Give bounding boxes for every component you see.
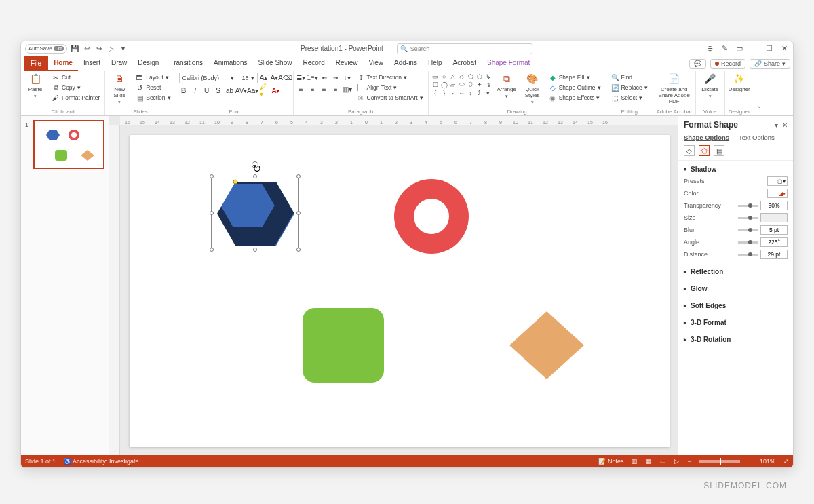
reading-view-icon[interactable]: ▭ [660, 458, 666, 465]
transparency-slider[interactable] [738, 205, 758, 207]
pane-options-icon[interactable]: ▾ [775, 121, 778, 129]
sorter-view-icon[interactable]: ▦ [646, 458, 652, 465]
slide-indicator[interactable]: Slide 1 of 1 [25, 458, 56, 465]
close-icon[interactable]: ✕ [779, 44, 789, 54]
size-slider[interactable] [738, 217, 758, 219]
tab-file[interactable]: File [24, 56, 48, 71]
account-icon[interactable]: ⊕ [705, 44, 714, 54]
accessibility-button[interactable]: ♿ Accessibility: Investigate [64, 458, 139, 465]
slide-editor[interactable]: 1615141312111098765432101234567891011121… [109, 116, 678, 455]
qat-more-icon[interactable]: ▾ [119, 44, 128, 54]
justify-button[interactable]: ≡ [331, 84, 341, 94]
3d-rotation-section[interactable]: 3-D Rotation [684, 334, 788, 345]
shadow-presets-combo[interactable]: ▢▾ [767, 176, 788, 186]
diamond-shape[interactable] [503, 305, 591, 386]
tab-view[interactable]: View [364, 56, 389, 71]
bullets-button[interactable]: ≣▾ [296, 73, 306, 82]
font-size-combo[interactable]: 18▾ [239, 73, 258, 83]
rounded-square-shape[interactable] [299, 305, 387, 386]
tab-insert[interactable]: Insert [78, 56, 106, 71]
tab-help[interactable]: Help [423, 56, 448, 71]
size-props-icon[interactable]: ▤ [714, 145, 724, 156]
zoom-level[interactable]: 101% [760, 458, 775, 465]
text-direction-button[interactable]: ↧Text Direction ▾ [355, 73, 425, 82]
shadow-text-button[interactable]: ab [225, 85, 235, 95]
underline-button[interactable]: U [202, 85, 212, 95]
select-button[interactable]: ⬚Select ▾ [609, 93, 650, 102]
start-slideshow-icon[interactable]: ▷ [106, 44, 116, 54]
angle-slider[interactable] [738, 241, 758, 244]
find-button[interactable]: 🔍Find [609, 73, 650, 82]
align-text-button[interactable]: ⎸Align Text ▾ [355, 83, 425, 92]
tab-home[interactable]: Home [48, 56, 78, 71]
clear-format-icon[interactable]: A⌫ [281, 73, 290, 82]
distance-input[interactable] [760, 250, 788, 259]
comments-button[interactable]: 💬 [689, 59, 706, 69]
tab-record[interactable]: Record [297, 56, 330, 71]
slide-thumbnails[interactable]: 1 [21, 116, 109, 455]
distance-slider[interactable] [738, 254, 758, 256]
quick-styles-button[interactable]: 🎨Quick Styles▾ [521, 73, 544, 104]
inc-indent-button[interactable]: ⇥ [331, 73, 341, 82]
zoom-out-icon[interactable]: − [687, 458, 691, 465]
format-painter-button[interactable]: 🖌Format Painter [50, 93, 102, 102]
columns-button[interactable]: ▥▾ [343, 84, 352, 94]
tab-review[interactable]: Review [330, 56, 364, 71]
layout-button[interactable]: 🗔Layout ▾ [134, 73, 172, 82]
share-button[interactable]: 🔗 Share ▾ [750, 59, 790, 69]
tab-draw[interactable]: Draw [106, 56, 132, 71]
shape-effects-button[interactable]: ◉Shape Effects ▾ [547, 93, 603, 102]
minimize-icon[interactable]: — [750, 44, 759, 54]
font-color-button[interactable]: A▾ [271, 85, 281, 95]
glow-section[interactable]: Glow [684, 283, 788, 294]
shape-fill-button[interactable]: ◆Shape Fill ▾ [547, 73, 603, 82]
adobe-pdf-button[interactable]: 📄Create and Share Adobe PDF [656, 73, 693, 104]
tab-acrobat[interactable]: Acrobat [448, 56, 482, 71]
slideshow-view-icon[interactable]: ▷ [674, 458, 679, 465]
tab-animations[interactable]: Animations [208, 56, 252, 71]
hexagon-shape-selected[interactable]: ↻ [211, 176, 299, 250]
fill-line-icon[interactable]: ◇ [684, 145, 695, 156]
ribbon-display-icon[interactable]: ▭ [735, 44, 744, 54]
replace-button[interactable]: 🔄Replace ▾ [609, 83, 650, 92]
shape-gallery[interactable]: ▭○△◇⬠⬡↳ ☐◯▱⬭⬯✦↴ {}⬩↔↕⤴▾ [431, 73, 492, 96]
coming-soon-icon[interactable]: ✎ [720, 44, 729, 54]
pane-close-icon[interactable]: ✕ [782, 121, 788, 129]
search-input[interactable]: 🔍 Search [397, 43, 532, 54]
soft-edges-section[interactable]: Soft Edges [684, 300, 788, 311]
paste-button[interactable]: 📋Paste▾ [24, 73, 47, 98]
zoom-in-icon[interactable]: + [748, 458, 752, 465]
copy-button[interactable]: ⧉Copy ▾ [50, 83, 102, 92]
reflection-section[interactable]: Reflection [684, 266, 788, 277]
shadow-color-combo[interactable]: ◢▾ [767, 189, 788, 198]
fit-to-window-icon[interactable]: ⤢ [783, 458, 789, 465]
blur-slider[interactable] [738, 229, 758, 231]
tab-slideshow[interactable]: Slide Show [252, 56, 297, 71]
save-icon[interactable]: 💾 [70, 44, 79, 54]
align-right-button[interactable]: ≡ [319, 84, 329, 94]
maximize-icon[interactable]: ☐ [764, 44, 774, 54]
undo-icon[interactable]: ↩ [82, 44, 92, 54]
reset-button[interactable]: ↺Reset [134, 83, 172, 92]
arrange-button[interactable]: ⧉Arrange▾ [495, 73, 518, 98]
slide-canvas[interactable]: ↻ [130, 135, 670, 447]
3d-format-section[interactable]: 3-D Format [684, 317, 788, 328]
rotate-handle-icon[interactable]: ↻ [252, 161, 258, 168]
effects-icon[interactable]: ⬠ [699, 145, 710, 156]
dictate-button[interactable]: 🎤Dictate▾ [699, 73, 722, 98]
highlight-button[interactable]: 🖍▾ [260, 85, 269, 95]
numbering-button[interactable]: 1≡▾ [308, 73, 317, 82]
blur-input[interactable] [760, 225, 788, 235]
normal-view-icon[interactable]: ▥ [632, 458, 638, 465]
autosave-toggle[interactable]: AutoSave Off [25, 44, 67, 54]
font-family-combo[interactable]: Calibri (Body)▾ [179, 73, 237, 83]
text-options-tab[interactable]: Text Options [739, 134, 775, 141]
angle-input[interactable] [760, 237, 788, 247]
tab-transitions[interactable]: Transitions [164, 56, 208, 71]
smartart-button[interactable]: ⚛Convert to SmartArt ▾ [355, 93, 425, 102]
designer-button[interactable]: ✨Designer [728, 73, 751, 93]
transparency-input[interactable] [760, 201, 788, 210]
redo-icon[interactable]: ↪ [94, 44, 104, 54]
tab-addins[interactable]: Add-ins [389, 56, 423, 71]
cut-button[interactable]: ✂Cut [50, 73, 102, 82]
